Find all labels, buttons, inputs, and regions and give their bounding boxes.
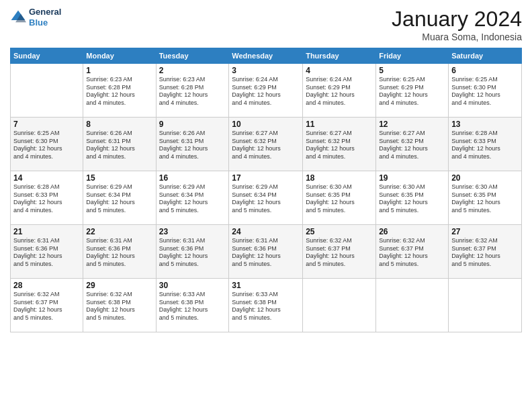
- calendar-cell: 21Sunrise: 6:31 AMSunset: 6:36 PMDayligh…: [11, 225, 83, 279]
- day-info: Sunrise: 6:27 AMSunset: 6:32 PMDaylight:…: [232, 130, 300, 161]
- day-info: Sunrise: 6:32 AMSunset: 6:37 PMDaylight:…: [306, 237, 373, 269]
- day-info: Sunrise: 6:33 AMSunset: 6:38 PMDaylight:…: [159, 291, 226, 322]
- day-info: Sunrise: 6:29 AMSunset: 6:34 PMDaylight:…: [232, 183, 300, 215]
- col-tuesday: Tuesday: [156, 48, 229, 64]
- day-number: 31: [232, 281, 300, 290]
- calendar-cell: 7Sunrise: 6:25 AMSunset: 6:30 PMDaylight…: [11, 118, 83, 171]
- logo: General Blue: [10, 7, 61, 28]
- day-number: 5: [379, 66, 445, 75]
- day-number: 24: [232, 227, 300, 236]
- calendar-cell: 1Sunrise: 6:23 AMSunset: 6:28 PMDaylight…: [83, 64, 156, 118]
- day-number: 18: [306, 173, 373, 183]
- day-number: 11: [306, 120, 373, 129]
- day-number: 19: [379, 173, 445, 183]
- day-number: 25: [306, 227, 373, 236]
- day-number: 30: [159, 281, 226, 290]
- day-number: 28: [13, 281, 80, 290]
- calendar-cell: 3Sunrise: 6:24 AMSunset: 6:29 PMDaylight…: [229, 64, 303, 118]
- day-number: 12: [379, 120, 445, 129]
- day-info: Sunrise: 6:28 AMSunset: 6:33 PMDaylight:…: [13, 183, 80, 215]
- calendar-cell: 16Sunrise: 6:29 AMSunset: 6:34 PMDayligh…: [156, 171, 229, 225]
- day-number: 23: [159, 227, 226, 236]
- day-info: Sunrise: 6:30 AMSunset: 6:35 PMDaylight:…: [306, 183, 373, 215]
- day-info: Sunrise: 6:25 AMSunset: 6:30 PMDaylight:…: [13, 130, 80, 161]
- day-info: Sunrise: 6:31 AMSunset: 6:36 PMDaylight:…: [159, 237, 226, 269]
- week-row-2: 7Sunrise: 6:25 AMSunset: 6:30 PMDaylight…: [11, 118, 522, 171]
- day-number: 15: [86, 173, 152, 183]
- calendar-cell: 29Sunrise: 6:32 AMSunset: 6:38 PMDayligh…: [83, 279, 156, 332]
- calendar-cell: 5Sunrise: 6:25 AMSunset: 6:29 PMDaylight…: [376, 64, 449, 118]
- calendar-cell: 17Sunrise: 6:29 AMSunset: 6:34 PMDayligh…: [229, 171, 303, 225]
- day-info: Sunrise: 6:26 AMSunset: 6:31 PMDaylight:…: [159, 130, 226, 161]
- day-info: Sunrise: 6:32 AMSunset: 6:37 PMDaylight:…: [13, 291, 80, 322]
- calendar-cell: 4Sunrise: 6:24 AMSunset: 6:29 PMDaylight…: [303, 64, 376, 118]
- calendar-cell: 24Sunrise: 6:31 AMSunset: 6:36 PMDayligh…: [229, 225, 303, 279]
- day-info: Sunrise: 6:25 AMSunset: 6:30 PMDaylight:…: [451, 76, 519, 107]
- calendar-cell: 25Sunrise: 6:32 AMSunset: 6:37 PMDayligh…: [303, 225, 376, 279]
- day-info: Sunrise: 6:25 AMSunset: 6:29 PMDaylight:…: [379, 76, 445, 107]
- day-number: 1: [86, 66, 152, 75]
- col-friday: Friday: [376, 48, 449, 64]
- day-info: Sunrise: 6:23 AMSunset: 6:28 PMDaylight:…: [86, 76, 152, 107]
- day-number: 17: [232, 173, 300, 183]
- calendar-cell: 8Sunrise: 6:26 AMSunset: 6:31 PMDaylight…: [83, 118, 156, 171]
- day-number: 22: [86, 227, 152, 236]
- calendar-table: Sunday Monday Tuesday Wednesday Thursday…: [10, 48, 522, 332]
- calendar-cell: 26Sunrise: 6:32 AMSunset: 6:37 PMDayligh…: [376, 225, 449, 279]
- day-number: 14: [13, 173, 80, 183]
- calendar-cell: 19Sunrise: 6:30 AMSunset: 6:35 PMDayligh…: [376, 171, 449, 225]
- day-number: 21: [13, 227, 80, 236]
- day-number: 7: [13, 120, 80, 129]
- calendar-cell: 28Sunrise: 6:32 AMSunset: 6:37 PMDayligh…: [11, 279, 83, 332]
- day-info: Sunrise: 6:31 AMSunset: 6:36 PMDaylight:…: [13, 237, 80, 269]
- col-saturday: Saturday: [449, 48, 522, 64]
- day-info: Sunrise: 6:28 AMSunset: 6:33 PMDaylight:…: [451, 130, 519, 161]
- day-info: Sunrise: 6:29 AMSunset: 6:34 PMDaylight:…: [86, 183, 152, 215]
- day-info: Sunrise: 6:30 AMSunset: 6:35 PMDaylight:…: [379, 183, 445, 215]
- day-info: Sunrise: 6:33 AMSunset: 6:38 PMDaylight:…: [232, 291, 300, 322]
- col-wednesday: Wednesday: [229, 48, 303, 64]
- col-monday: Monday: [83, 48, 156, 64]
- day-number: 26: [379, 227, 445, 236]
- day-info: Sunrise: 6:31 AMSunset: 6:36 PMDaylight:…: [86, 237, 152, 269]
- calendar-cell: 14Sunrise: 6:28 AMSunset: 6:33 PMDayligh…: [11, 171, 83, 225]
- calendar-cell: 6Sunrise: 6:25 AMSunset: 6:30 PMDaylight…: [449, 64, 522, 118]
- title-area: January 2024 Muara Soma, Indonesia: [392, 7, 522, 42]
- calendar-cell: [376, 279, 449, 332]
- col-thursday: Thursday: [303, 48, 376, 64]
- calendar-cell: [303, 279, 376, 332]
- day-info: Sunrise: 6:29 AMSunset: 6:34 PMDaylight:…: [159, 183, 226, 215]
- calendar-cell: 31Sunrise: 6:33 AMSunset: 6:38 PMDayligh…: [229, 279, 303, 332]
- day-info: Sunrise: 6:27 AMSunset: 6:32 PMDaylight:…: [306, 130, 373, 161]
- calendar-cell: 2Sunrise: 6:23 AMSunset: 6:28 PMDaylight…: [156, 64, 229, 118]
- day-number: 16: [159, 173, 226, 183]
- day-number: 4: [306, 66, 373, 75]
- month-title: January 2024: [392, 7, 522, 32]
- calendar-cell: 10Sunrise: 6:27 AMSunset: 6:32 PMDayligh…: [229, 118, 303, 171]
- day-number: 8: [86, 120, 152, 129]
- calendar-cell: 27Sunrise: 6:32 AMSunset: 6:37 PMDayligh…: [449, 225, 522, 279]
- day-info: Sunrise: 6:32 AMSunset: 6:37 PMDaylight:…: [379, 237, 445, 269]
- calendar-cell: 13Sunrise: 6:28 AMSunset: 6:33 PMDayligh…: [449, 118, 522, 171]
- day-info: Sunrise: 6:32 AMSunset: 6:37 PMDaylight:…: [451, 237, 519, 269]
- logo-text: General Blue: [29, 7, 61, 28]
- calendar-cell: [449, 279, 522, 332]
- day-number: 29: [86, 281, 152, 290]
- day-info: Sunrise: 6:23 AMSunset: 6:28 PMDaylight:…: [159, 76, 226, 107]
- logo-icon: [10, 9, 26, 26]
- day-number: 9: [159, 120, 226, 129]
- day-info: Sunrise: 6:31 AMSunset: 6:36 PMDaylight:…: [232, 237, 300, 269]
- calendar-cell: 20Sunrise: 6:30 AMSunset: 6:35 PMDayligh…: [449, 171, 522, 225]
- location-title: Muara Soma, Indonesia: [392, 32, 522, 42]
- day-number: 10: [232, 120, 300, 129]
- day-info: Sunrise: 6:24 AMSunset: 6:29 PMDaylight:…: [232, 76, 300, 107]
- calendar-cell: 15Sunrise: 6:29 AMSunset: 6:34 PMDayligh…: [83, 171, 156, 225]
- calendar-cell: 18Sunrise: 6:30 AMSunset: 6:35 PMDayligh…: [303, 171, 376, 225]
- page: General Blue January 2024 Muara Soma, In…: [0, 0, 532, 411]
- calendar-cell: 11Sunrise: 6:27 AMSunset: 6:32 PMDayligh…: [303, 118, 376, 171]
- day-info: Sunrise: 6:24 AMSunset: 6:29 PMDaylight:…: [306, 76, 373, 107]
- day-number: 20: [451, 173, 519, 183]
- week-row-1: 1Sunrise: 6:23 AMSunset: 6:28 PMDaylight…: [11, 64, 522, 118]
- week-row-5: 28Sunrise: 6:32 AMSunset: 6:37 PMDayligh…: [11, 279, 522, 332]
- calendar-cell: 12Sunrise: 6:27 AMSunset: 6:32 PMDayligh…: [376, 118, 449, 171]
